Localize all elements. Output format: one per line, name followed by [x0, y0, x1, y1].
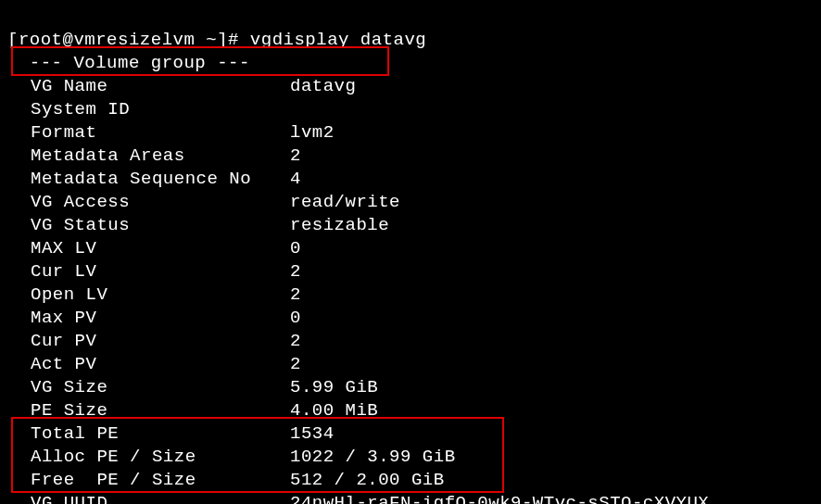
field-label: VG Status — [7, 214, 290, 237]
field-value: 2 — [290, 284, 301, 307]
field-value: 512 / 2.00 GiB — [290, 469, 445, 492]
field-value: 4 — [290, 168, 301, 191]
field-label: Cur LV — [7, 260, 290, 284]
field-label: Max PV — [7, 307, 290, 330]
field-label: Total PE — [7, 422, 290, 446]
field-label: Metadata Areas — [7, 145, 290, 168]
field-label: Metadata Sequence No — [7, 168, 290, 191]
field-label: VG UUID — [7, 492, 290, 504]
field-label: MAX LV — [7, 237, 290, 260]
field-value: lvm2 — [290, 121, 335, 145]
field-value: 2 — [290, 353, 301, 376]
field-value: 0 — [290, 237, 301, 260]
field-value: read/write — [290, 191, 400, 214]
field-label: System ID — [7, 98, 290, 121]
field-value: 2 — [290, 330, 301, 353]
section-header: --- Volume group --- — [7, 53, 250, 73]
field-label: VG Size — [7, 376, 290, 399]
field-value: 0 — [290, 307, 301, 330]
field-value: datavg — [290, 75, 356, 98]
shell-prompt: [root@vmresizelvm ~]# — [7, 30, 250, 50]
field-value: 1534 — [290, 422, 335, 446]
field-label: Format — [7, 121, 290, 145]
shell-command: vgdisplay datavg — [250, 30, 426, 50]
field-value: 24nwHl-raFN-igfO-0wk9-WTvc-sSTO-cXVYUX — [290, 492, 709, 504]
terminal-output: [root@vmresizelvm ~]# vgdisplay datavg -… — [0, 0, 821, 504]
field-label: Alloc PE / Size — [7, 446, 290, 469]
field-value: 2 — [290, 260, 301, 284]
field-label: PE Size — [7, 399, 290, 422]
field-value: 1022 / 3.99 GiB — [290, 446, 456, 469]
field-value: 4.00 MiB — [290, 399, 378, 422]
field-value: resizable — [290, 214, 389, 237]
field-label: Cur PV — [7, 330, 290, 353]
field-label: VG Name — [7, 75, 290, 98]
terminal-window[interactable]: [root@vmresizelvm ~]# vgdisplay datavg -… — [0, 0, 821, 504]
field-label: VG Access — [7, 191, 290, 214]
field-value: 5.99 GiB — [290, 376, 378, 399]
field-label: Act PV — [7, 353, 290, 376]
field-label: Free PE / Size — [7, 469, 290, 492]
field-value: 2 — [290, 145, 301, 168]
field-label: Open LV — [7, 284, 290, 307]
